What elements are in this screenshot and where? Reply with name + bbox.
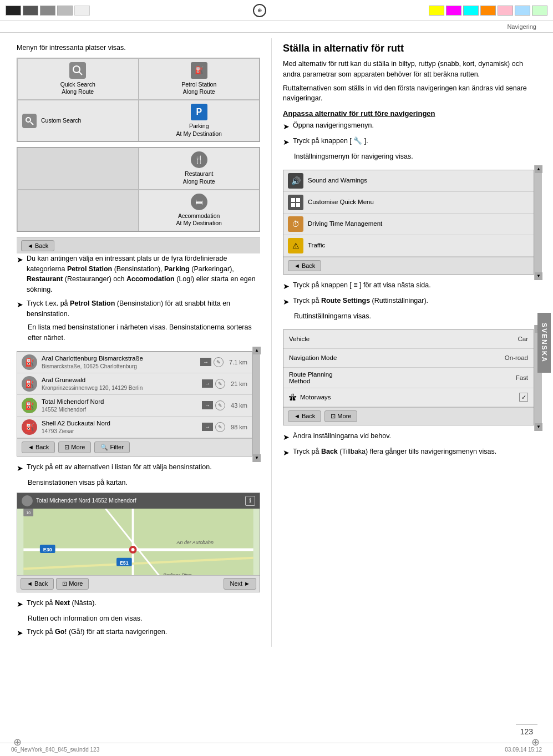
sound-label: Sound and Warnings — [308, 176, 529, 185]
station-arrow-3[interactable]: → — [202, 401, 213, 409]
station-label-2: Aral Grunewald Kronprinzessinnenweg 120,… — [42, 376, 202, 392]
station-icon-3: ⛽ — [22, 398, 37, 413]
footer-left: 06_NewYork_840_845_sw.indd 123 — [11, 747, 99, 753]
svg-rect-19 — [291, 198, 295, 202]
settings-more-button[interactable]: ⊡ More — [324, 410, 357, 422]
settings-scroll-down[interactable]: ▼ — [535, 423, 542, 431]
swatch-green-light — [532, 6, 547, 16]
bullet-text-5: Tryck på Go! (Gå!) för att starta navige… — [27, 627, 260, 637]
settings-row-nav-mode[interactable]: Navigation Mode On-road — [283, 349, 534, 368]
station-row-3[interactable]: ⛽ Total Michendorf Nord 14552 Michendorf… — [17, 395, 252, 417]
map-more-button[interactable]: ⊡ More — [56, 578, 89, 590]
menu-cell-blank — [17, 148, 139, 189]
bullet-arrow-2: ➤ — [17, 299, 23, 311]
swatch-black — [6, 6, 21, 16]
vehicle-label: Vehicle — [289, 336, 512, 342]
right-intro-1: Med alternativ för rutt kan du ställa in… — [283, 59, 542, 80]
back-label: Back — [35, 444, 49, 450]
menu-cell-quick-search: Quick SearchAlong Route — [17, 58, 139, 100]
intro-text: Menyn för intressanta platser visas. — [17, 43, 260, 53]
nav-row-sound[interactable]: 🔊 Sound and Warnings — [283, 170, 534, 192]
list-scrollbar[interactable]: ▲ ▼ — [252, 347, 260, 462]
bullet-text-1: Du kan antingen välja en intressant plat… — [27, 253, 260, 295]
scroll-down-button[interactable]: ▼ — [253, 454, 261, 462]
right-bullet-arrow-5: ➤ — [283, 432, 290, 443]
motorways-label: Motorways — [300, 394, 519, 400]
swatch-pink — [498, 6, 513, 16]
custom-search-label: Custom Search — [41, 117, 81, 125]
more-icon: ⊡ — [64, 444, 69, 451]
nav-back-label: Back — [302, 262, 315, 269]
settings-row-vehicle[interactable]: Vehicle Car — [283, 330, 534, 349]
station-edit-4[interactable]: ✎ — [215, 422, 225, 432]
nav-row-traffic[interactable]: ⚠ Traffic — [283, 235, 534, 257]
station-label-1: Aral Charlottenburg Bismarckstraße Bisma… — [42, 354, 200, 370]
nav-scroll-down[interactable]: ▼ — [535, 272, 542, 280]
menu-grid: Quick SearchAlong Route ⛽ Petrol Station… — [17, 58, 260, 143]
station-arrow-4[interactable]: → — [202, 423, 213, 431]
main-content: Menyn för intressanta platser visas. Qui… — [0, 33, 553, 652]
right-sub-4: Ruttinställningarna visas. — [294, 311, 542, 322]
driving-time-icon: ⏱ — [288, 216, 303, 232]
station-arrow-2[interactable]: → — [202, 379, 213, 388]
sound-icon: 🔊 — [288, 173, 303, 189]
station-more-button[interactable]: ⊡ More — [58, 442, 91, 453]
nav-scroll-up[interactable]: ▲ — [535, 165, 542, 173]
filter-label: Filter — [110, 444, 123, 450]
top-registration-bar: ⊕ — [0, 0, 553, 21]
bullet-arrow-4: ➤ — [17, 598, 23, 610]
parking-label: ParkingAt My Destination — [176, 123, 222, 138]
station-edit-2[interactable]: ✎ — [215, 379, 225, 389]
settings-back-arrow: ◄ — [294, 413, 300, 419]
nav-scrollbar[interactable]: ▲ ▼ — [534, 165, 542, 280]
motorways-check[interactable]: ✓ — [519, 393, 528, 402]
station-icon-4: ⛽ — [22, 419, 37, 435]
station-row-1[interactable]: ⛽ Aral Charlottenburg Bismarckstraße Bis… — [17, 352, 252, 373]
restaurant-icon: 🍴 — [191, 151, 207, 168]
menu-cell-custom-search: Custom Search — [17, 100, 139, 141]
swatch-orange — [480, 6, 496, 16]
station-edit-1[interactable]: ✎ — [214, 357, 224, 367]
svg-rect-22 — [296, 203, 300, 207]
station-edit-3[interactable]: ✎ — [215, 400, 225, 410]
nav-row-driving-time[interactable]: ⏱ Driving Time Management — [283, 214, 534, 235]
traffic-icon: ⚠ — [288, 238, 303, 253]
nav-row-quickmenu[interactable]: Customise Quick Menu — [283, 192, 534, 214]
route-settings-mockup: Vehicle Car Navigation Mode On-road Rout… — [283, 325, 542, 431]
station-row-4[interactable]: ⛽ Shell A2 Buckautal Nord 14793 Ziesar →… — [17, 417, 252, 438]
swatch-blue-light — [515, 6, 530, 16]
svg-line-3 — [31, 122, 33, 125]
right-bullet-1: ➤ Öppna navigeringsmenyn. — [283, 120, 542, 133]
settings-row-motorways[interactable]: 🛣 Motorways ✓ — [283, 388, 534, 407]
map-next-button[interactable]: Next ► — [224, 578, 256, 590]
bullet-item-5: ➤ Tryck på Go! (Gå!) för att starta navi… — [17, 627, 260, 639]
sub-text-2: En lista med bensinstationer i närheten … — [28, 322, 260, 343]
map-next-label: Next — [230, 580, 242, 587]
map-info-icon[interactable]: ℹ — [245, 496, 255, 506]
settings-footer: ◄ Back ⊡ More — [283, 407, 534, 425]
bullet-item-3: ➤ Tryck på ett av alternativen i listan … — [17, 462, 260, 474]
station-label-3: Total Michendorf Nord 14552 Michendorf — [42, 398, 202, 413]
station-row-2[interactable]: ⛽ Aral Grunewald Kronprinzessinnenweg 12… — [17, 373, 252, 395]
scroll-up-button[interactable]: ▲ — [253, 347, 261, 354]
driving-time-label: Driving Time Management — [308, 220, 529, 228]
menu-cell-petrol: ⛽ Petrol StationAlong Route — [139, 58, 260, 100]
station-back-button[interactable]: ◄ Back — [22, 442, 55, 453]
map-back-label: Back — [34, 580, 48, 587]
left-column: Menyn för intressanta platser visas. Qui… — [0, 38, 272, 647]
right-bullet-text-6: Tryck på Back (Tillbaka) flera gånger ti… — [293, 447, 542, 457]
settings-row-route-planning[interactable]: Route PlanningMethod Fast — [283, 368, 534, 388]
color-swatches-right — [429, 6, 547, 16]
station-icon-1: ⛽ — [22, 354, 37, 370]
station-arrow-1[interactable]: → — [200, 358, 211, 366]
right-bullet-text-4: Tryck på Route Settings (Ruttinställning… — [293, 296, 542, 306]
station-filter-button[interactable]: 🔍 Filter — [94, 442, 129, 453]
settings-back-button[interactable]: ◄ Back — [288, 410, 321, 422]
wrench-icon: 🔧 — [353, 137, 362, 145]
nav-back-arrow: ◄ — [294, 262, 300, 269]
nav-menu: 🔊 Sound and Warnings Customise Quick Men… — [283, 170, 534, 275]
nav-back-button[interactable]: ◄ Back — [288, 260, 321, 271]
menu-back-button[interactable]: ◄ Back — [21, 240, 54, 251]
quickmenu-icon — [288, 195, 303, 210]
map-back-button[interactable]: ◄ Back — [21, 578, 54, 590]
